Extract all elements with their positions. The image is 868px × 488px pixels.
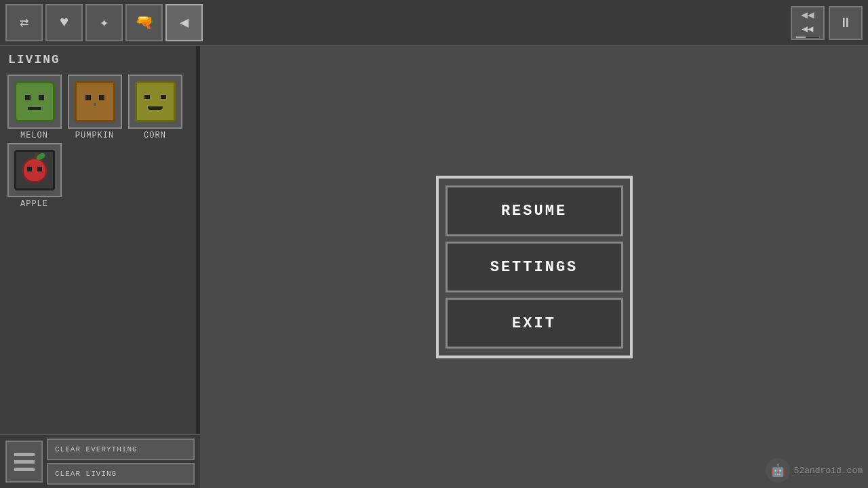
corn-face <box>142 88 169 115</box>
heart-button[interactable]: ♥ <box>45 4 83 41</box>
corn-icon-container <box>128 75 182 129</box>
corn-eye-left <box>144 95 150 99</box>
melon-label: MELON <box>20 131 48 140</box>
left-panel: LIVING MELON <box>0 46 200 488</box>
apple-label: APPLE <box>20 199 48 209</box>
melon-icon <box>14 81 55 122</box>
watermark: 🤖 52android.com <box>766 458 863 483</box>
apple-icon <box>14 150 55 190</box>
melon-eye-right <box>39 95 44 100</box>
apple-icon-container <box>7 143 62 197</box>
resume-button[interactable]: RESUME <box>446 186 623 237</box>
list-icon <box>14 453 35 471</box>
toolbar: ⇄ ♥ ✦ 🔫 ◀ ◀◀ ⏸ <box>0 0 868 46</box>
bottom-text-buttons: CLEAR EVERYTHING CLEAR LIVING <box>47 439 195 485</box>
melon-face <box>21 88 48 115</box>
watermark-text: 52android.com <box>794 466 863 476</box>
item-melon[interactable]: MELON <box>5 75 63 140</box>
apple-eye-left <box>27 167 32 171</box>
apple-eye-right <box>37 167 42 171</box>
pause-icon: ⏸ <box>839 15 852 31</box>
corn-mouth <box>148 106 163 110</box>
top-right-controls: ◀◀ ⏸ <box>785 0 868 46</box>
settings-button[interactable]: SETTINGS <box>446 242 623 293</box>
gun-button[interactable]: 🔫 <box>125 4 163 41</box>
watermark-icon: 🤖 <box>766 458 790 483</box>
exit-button[interactable]: EXIT <box>446 298 623 349</box>
melon-mouth <box>28 107 41 110</box>
pumpkin-eye-left <box>85 95 91 100</box>
progress-fill <box>796 37 806 38</box>
rewind-icon: ◀◀ <box>802 23 814 35</box>
pumpkin-icon <box>75 81 115 122</box>
pumpkin-icon-container <box>68 75 122 129</box>
items-grid: MELON PUMPKIN <box>0 72 196 211</box>
swap-button[interactable]: ⇄ <box>5 4 43 41</box>
pumpkin-eye-right <box>99 95 104 100</box>
corn-label: CORN <box>144 131 166 140</box>
rewind-button[interactable]: ◀◀ <box>791 6 825 40</box>
melon-eye-left <box>25 95 31 100</box>
item-pumpkin[interactable]: PUMPKIN <box>66 75 123 140</box>
main-area: RESUME SETTINGS EXIT <box>200 46 868 488</box>
apple-body <box>22 158 47 182</box>
item-corn[interactable]: CORN <box>126 75 184 140</box>
play-button[interactable]: ◀ <box>165 4 203 41</box>
panel-title: LIVING <box>0 46 196 72</box>
list-line-2 <box>14 460 35 464</box>
clear-everything-button[interactable]: CLEAR EVERYTHING <box>47 439 195 460</box>
melon-icon-container <box>7 75 62 129</box>
pumpkin-face <box>81 88 108 115</box>
list-line-3 <box>14 468 35 471</box>
corn-eye-right <box>161 95 166 99</box>
pause-menu: RESUME SETTINGS EXIT <box>436 176 633 359</box>
corn-icon <box>135 81 176 122</box>
list-line-1 <box>14 453 35 456</box>
progress-bar <box>795 36 820 39</box>
pause-button[interactable]: ⏸ <box>829 6 863 40</box>
apple-face <box>24 159 45 181</box>
list-icon-button[interactable] <box>5 441 43 483</box>
bottom-bar: CLEAR EVERYTHING CLEAR LIVING <box>0 434 200 488</box>
pumpkin-dot <box>94 103 96 106</box>
item-apple[interactable]: APPLE <box>5 143 63 209</box>
sword-button[interactable]: ✦ <box>85 4 123 41</box>
clear-living-button[interactable]: CLEAR LIVING <box>47 463 195 485</box>
pumpkin-label: PUMPKIN <box>75 131 114 140</box>
